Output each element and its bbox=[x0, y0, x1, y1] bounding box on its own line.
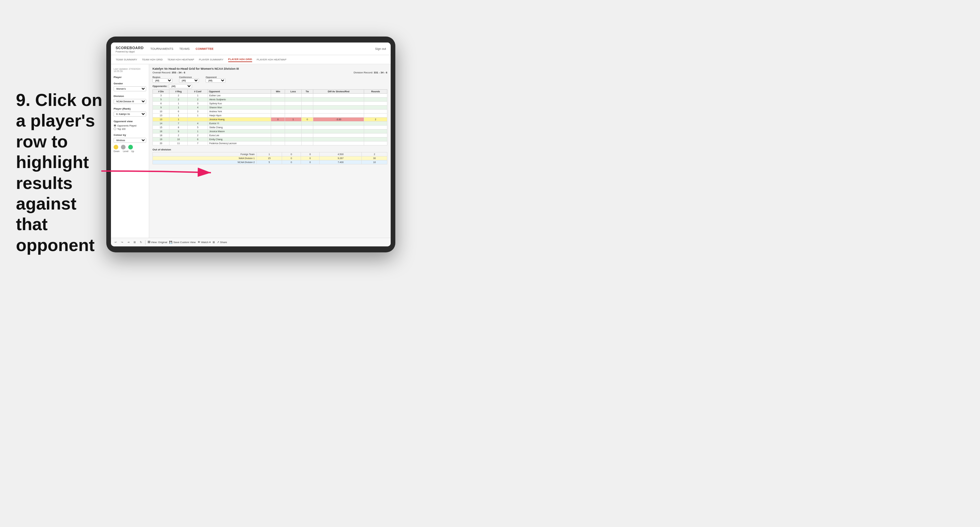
table-row[interactable]: 9 1 4 Sharon Mun bbox=[153, 106, 387, 110]
sub-nav-team-h2h-heatmap[interactable]: TEAM H2H HEATMAP bbox=[167, 57, 194, 62]
col-win: Win bbox=[271, 90, 285, 94]
opponent-select[interactable]: (All) bbox=[206, 78, 226, 83]
nav-committee[interactable]: COMMITTEE bbox=[196, 47, 213, 51]
division-record: Division Record: 331 - 34 - 6 bbox=[354, 71, 387, 74]
division-select[interactable]: NCAA Division III bbox=[114, 99, 146, 104]
logo: SCOREBOARD Powered by clippd bbox=[116, 44, 143, 53]
table-row[interactable]: 20 11 7 Federica Domecq Lacroze bbox=[153, 141, 387, 146]
colour-by-label: Colour by bbox=[114, 133, 146, 137]
gender-select[interactable]: Women's bbox=[114, 86, 146, 91]
sub-nav-player-h2h-heatmap[interactable]: PLAYER H2H HEATMAP bbox=[257, 57, 287, 62]
tablet-frame: SCOREBOARD Powered by clippd TOURNAMENTS… bbox=[106, 37, 395, 252]
table-row[interactable]: 18 2 2 Euna Lee bbox=[153, 133, 387, 138]
out-of-division-label: Out of division bbox=[153, 148, 387, 151]
sub-nav-team-h2h-grid[interactable]: TEAM H2H GRID bbox=[142, 57, 163, 62]
sub-nav-player-h2h-grid[interactable]: PLAYER H2H GRID bbox=[228, 57, 252, 62]
table-row[interactable]: 10 6 3 Andrea York bbox=[153, 110, 387, 114]
step-btn[interactable]: ⇥ bbox=[126, 240, 130, 244]
colour-down bbox=[114, 145, 118, 149]
nav-tournaments[interactable]: TOURNAMENTS bbox=[150, 47, 173, 51]
table-row[interactable]: 19 10 6 Emily Chang bbox=[153, 138, 387, 141]
undo-btn[interactable]: ↩ bbox=[114, 240, 118, 244]
colour-by-section: Colour by Win/loss Down Level Up bbox=[114, 133, 146, 152]
save-custom-view-btn[interactable]: 💾 Save Custom View bbox=[169, 241, 196, 244]
grid-btn[interactable]: ⊞ bbox=[132, 240, 137, 244]
table-row[interactable]: 3 2 1 Esther Lee bbox=[153, 94, 387, 98]
watch-btn[interactable]: 👁 Watch ▾ bbox=[198, 241, 211, 244]
table-row[interactable]: 16 9 1 Jessica Mason bbox=[153, 130, 387, 133]
out-div-row[interactable]: Foreign Team 1 0 0 4.500 2 bbox=[153, 152, 387, 156]
conference-select[interactable]: (All) bbox=[179, 78, 199, 83]
opponents-label: Opponents: bbox=[153, 85, 167, 88]
sub-nav: TEAM SUMMARY TEAM H2H GRID TEAM H2H HEAT… bbox=[111, 55, 391, 64]
player-rank-select[interactable]: 8. Katelyn Vo bbox=[114, 111, 146, 117]
opponents-filter-row: Opponents: (All) bbox=[153, 84, 387, 88]
colour-labels: Down Level Up bbox=[114, 150, 146, 152]
table-row[interactable]: 14 7 4 Eunice Yi bbox=[153, 122, 387, 125]
opponent-view-label: Opponent view bbox=[114, 120, 146, 123]
view-original-btn[interactable]: 🖼 View: Original bbox=[148, 241, 167, 244]
nav-links: TOURNAMENTS TEAMS COMMITTEE bbox=[150, 47, 213, 51]
annotation-text: 9. Click on a player's row to highlight … bbox=[16, 90, 109, 256]
h2h-table: # Div # Reg # Conf Opponent Win Loss Tie… bbox=[153, 89, 387, 146]
col-conf: # Conf bbox=[188, 90, 208, 94]
col-rounds: Rounds bbox=[364, 90, 387, 94]
sign-out[interactable]: Sign out bbox=[375, 47, 386, 51]
top-nav: SCOREBOARD Powered by clippd TOURNAMENTS… bbox=[111, 43, 391, 55]
division-section: Division NCAA Division III bbox=[114, 95, 146, 104]
table-row[interactable]: 13 1 Jessica Huang 0 1 0 -3.00 2 bbox=[153, 117, 387, 122]
radio-dot-played bbox=[114, 124, 116, 127]
player-section: Player bbox=[114, 76, 146, 79]
col-diff: Diff Av Strokes/Rnd bbox=[313, 90, 364, 94]
opponents-all-select[interactable]: (All) bbox=[169, 84, 192, 88]
out-of-division-table: Foreign Team 1 0 0 4.500 2 NAIA Division… bbox=[153, 152, 387, 164]
grid-icon-btn[interactable]: ⊞ bbox=[213, 241, 215, 244]
col-div: # Div bbox=[153, 90, 169, 94]
redo-btn[interactable]: ↪ bbox=[120, 240, 124, 244]
col-tie: Tie bbox=[301, 90, 313, 94]
player-label: Player bbox=[114, 76, 146, 79]
record-row: Overall Record: 353 - 34 - 6 Division Re… bbox=[153, 71, 387, 74]
logo-sub: Powered by clippd bbox=[116, 51, 143, 53]
colour-up bbox=[128, 145, 133, 149]
refresh-btn[interactable]: ↻ bbox=[139, 240, 143, 244]
share-btn[interactable]: ↗ Share bbox=[217, 241, 227, 244]
tablet-screen: SCOREBOARD Powered by clippd TOURNAMENTS… bbox=[111, 43, 391, 246]
colour-dots bbox=[114, 145, 146, 149]
nav-teams[interactable]: TEAMS bbox=[180, 47, 190, 51]
left-panel: Last Updated: 27/03/2024 16:55:28 Player… bbox=[111, 64, 149, 238]
toolbar: ↩ ↪ ⇥ ⊞ ↻ 🖼 View: Original 💾 Save Custom… bbox=[111, 238, 391, 246]
filters-area: Region (All) Conference (All) Opponent bbox=[153, 76, 387, 83]
sub-nav-team-summary[interactable]: TEAM SUMMARY bbox=[116, 57, 137, 62]
logo-area: SCOREBOARD Powered by clippd TOURNAMENTS… bbox=[116, 44, 213, 53]
gender-section: Gender Women's bbox=[114, 82, 146, 91]
opponent-filter: Opponent (All) bbox=[206, 76, 226, 83]
col-loss: Loss bbox=[285, 90, 301, 94]
grid-title: Katelyn Vo Head-to-Head Grid for Women's… bbox=[153, 67, 387, 70]
table-row[interactable]: 15 8 5 Stella Chang bbox=[153, 125, 387, 130]
out-div-row[interactable]: NCAA Division 2 5 0 0 7.400 10 bbox=[153, 160, 387, 164]
player-rank-label: Player (Rank) bbox=[114, 107, 146, 110]
out-div-row[interactable]: NAIA Division 1 15 0 0 9.267 30 bbox=[153, 156, 387, 160]
top100-radio[interactable]: Top 100 bbox=[114, 127, 146, 130]
overall-record: Overall Record: 353 - 34 - 6 bbox=[153, 71, 185, 74]
gender-label: Gender bbox=[114, 82, 146, 85]
table-row[interactable]: 13 1 1 Haejo Hyun bbox=[153, 114, 387, 117]
opponent-played-radio[interactable]: Opponents Played bbox=[114, 124, 146, 127]
colour-by-select[interactable]: Win/loss bbox=[114, 138, 146, 143]
region-select[interactable]: (All) bbox=[153, 78, 172, 83]
last-updated: Last Updated: 27/03/2024 16:55:28 bbox=[114, 68, 146, 72]
right-panel: Katelyn Vo Head-to-Head Grid for Women's… bbox=[149, 64, 391, 238]
col-reg: # Reg bbox=[169, 90, 188, 94]
main-content: Last Updated: 27/03/2024 16:55:28 Player… bbox=[111, 64, 391, 238]
table-row[interactable]: 6 1 3 Sydney Kuo bbox=[153, 102, 387, 106]
conference-filter: Conference (All) bbox=[179, 76, 199, 83]
col-opponent: Opponent bbox=[208, 90, 271, 94]
division-label: Division bbox=[114, 95, 146, 98]
radio-dot-top100 bbox=[114, 127, 116, 130]
player-rank-section: Player (Rank) 8. Katelyn Vo bbox=[114, 107, 146, 117]
sub-nav-player-summary[interactable]: PLAYER SUMMARY bbox=[199, 57, 224, 62]
colour-level bbox=[121, 145, 126, 149]
table-row[interactable]: 5 2 2 Alexis Sudjianto bbox=[153, 98, 387, 102]
region-filter: Region (All) bbox=[153, 76, 172, 83]
